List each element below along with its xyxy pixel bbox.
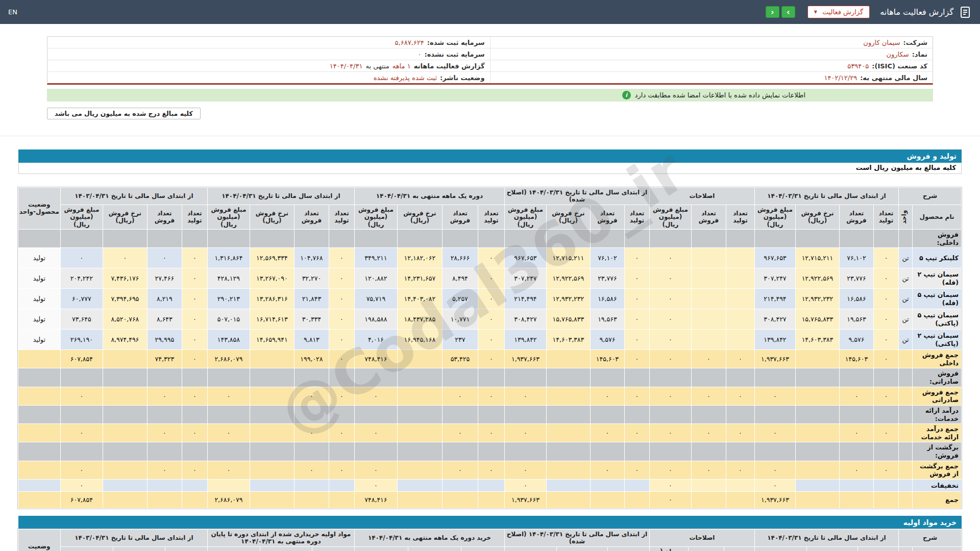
cell bbox=[18, 387, 60, 405]
cell: ۱۲,۷۱۵,۲۱۱ bbox=[546, 248, 590, 268]
cell bbox=[18, 461, 60, 479]
cell bbox=[795, 229, 839, 247]
cell: ۳۰,۳۳۴ bbox=[294, 309, 329, 330]
cell bbox=[294, 229, 329, 247]
cell bbox=[207, 368, 250, 387]
cell: ۰ bbox=[60, 248, 103, 268]
cell: ۰ bbox=[873, 350, 898, 368]
cell bbox=[624, 368, 649, 387]
cell: جمع bbox=[913, 491, 962, 508]
field-value: ۱۴۰۲/۱۲/۲۹ bbox=[824, 74, 857, 82]
cell bbox=[546, 229, 590, 247]
cell: ۱۲,۹۳۲,۲۳۲ bbox=[795, 289, 839, 309]
column-header bbox=[913, 546, 962, 551]
column-header: مبلغ (میلیون ریال) bbox=[754, 546, 806, 551]
cell: ۳۲,۲۷۰ bbox=[294, 268, 329, 289]
cell: ۰ bbox=[754, 387, 795, 405]
cell: ۱۲,۵۶۹,۳۳۴ bbox=[250, 248, 294, 268]
signature-banner: اطلاعات نمایش داده شده با اطلاعات امضا ش… bbox=[47, 89, 933, 102]
cell: ۹۶۷,۶۵۳ bbox=[754, 248, 795, 268]
cell bbox=[546, 368, 590, 387]
production-sales-table: شرحاز ابتدای سال مالی تا تاریخ ۱۴۰۴/۰۳/۳… bbox=[18, 187, 962, 509]
cell bbox=[294, 479, 329, 491]
language-toggle[interactable]: EN bbox=[8, 8, 17, 16]
cell bbox=[754, 368, 795, 387]
column-header: نرخ (ریال) bbox=[408, 546, 461, 551]
cell: ۰ bbox=[839, 424, 873, 442]
cell bbox=[397, 387, 442, 405]
cell: ۱,۹۳۷,۶۶۳ bbox=[754, 350, 795, 368]
cell bbox=[294, 491, 329, 508]
topbar: گزارش فعالیت ماهانه گزارش فعالیت ▼ › ‹ E… bbox=[0, 0, 980, 24]
product-row: سیمان تیپ ۵ (پاکتی)تن۰۱۹,۵۶۳۱۵,۷۶۵,۸۳۳۳۰… bbox=[18, 309, 961, 330]
cell: ۳۰۷,۲۴۷ bbox=[504, 268, 546, 289]
report-period-field: گزارش فعالیت ماهانه ۱ ماهه منتهی به ۱۴۰۴… bbox=[47, 60, 491, 71]
cell: کلینکر تیپ ۵ bbox=[913, 248, 962, 268]
cell bbox=[691, 442, 726, 461]
cell bbox=[18, 491, 60, 508]
column-header: واحد bbox=[898, 546, 912, 551]
cell bbox=[839, 491, 873, 508]
cell: ۸,۶۴۳ bbox=[147, 309, 182, 330]
cell: ۱,۹۳۷,۶۶۳ bbox=[754, 491, 795, 508]
cell: ۰ bbox=[624, 268, 649, 289]
cell: ۱۵,۷۶۵,۸۳۳ bbox=[546, 309, 590, 330]
cell bbox=[250, 491, 294, 508]
cell bbox=[329, 368, 354, 387]
cell bbox=[873, 229, 898, 247]
cell bbox=[442, 491, 478, 508]
cell: تخفیفات bbox=[913, 479, 962, 491]
report-nav: › ‹ bbox=[766, 6, 795, 18]
column-header: واحد bbox=[898, 205, 912, 229]
cell: ۱۹,۵۶۳ bbox=[590, 309, 624, 330]
cell bbox=[504, 442, 546, 461]
column-header: اصلاحات bbox=[649, 188, 754, 205]
cell bbox=[898, 405, 912, 423]
cell: ۱۶,۵۸۶ bbox=[839, 289, 873, 309]
cell bbox=[250, 229, 294, 247]
cell bbox=[795, 368, 839, 387]
cell: ۰ bbox=[329, 424, 354, 442]
field-value: سیمان کارون bbox=[863, 39, 900, 46]
column-header: نرخ (ریال) bbox=[113, 546, 165, 551]
nav-right-arrow-button[interactable]: › bbox=[781, 6, 795, 18]
cell: ۰ bbox=[60, 424, 103, 442]
column-header: تعداد فروش bbox=[442, 205, 478, 229]
cell bbox=[147, 479, 182, 491]
cell bbox=[18, 442, 60, 461]
cell bbox=[795, 479, 839, 491]
cell: ۰ bbox=[442, 387, 478, 405]
cell: ۳۰۸,۴۲۷ bbox=[754, 309, 795, 330]
cell: ۷۴۸,۴۱۶ bbox=[354, 350, 397, 368]
cell: ۰ bbox=[873, 330, 898, 350]
page-divider bbox=[0, 136, 980, 136]
cell: ۲۷,۴۶۶ bbox=[147, 268, 182, 289]
fiscal-year-field: سال مالی منتهی به: ۱۴۰۲/۱۲/۲۹ bbox=[491, 72, 933, 83]
report-type-dropdown-label: گزارش فعالیت bbox=[822, 8, 863, 16]
cell bbox=[691, 368, 726, 387]
cell bbox=[18, 368, 60, 387]
cell bbox=[250, 350, 294, 368]
cell bbox=[590, 479, 624, 491]
report-type-dropdown[interactable]: گزارش فعالیت ▼ bbox=[807, 6, 870, 18]
nav-left-arrow-button[interactable]: ‹ bbox=[766, 6, 779, 18]
cell bbox=[478, 368, 504, 387]
cell: ۲۱,۸۴۳ bbox=[294, 289, 329, 309]
cell bbox=[294, 442, 329, 461]
cell bbox=[624, 491, 649, 508]
cell bbox=[442, 368, 478, 387]
cell: ۰ bbox=[478, 330, 504, 350]
page-title: گزارش فعالیت ماهانه bbox=[880, 7, 953, 17]
units-note-tab[interactable]: کلیه مبالغ درج شده به میلیون ریال می باش… bbox=[47, 108, 201, 119]
cell: ۶۰۷,۸۵۴ bbox=[60, 350, 103, 368]
column-header: از ابتدای سال مالی تا تاریخ ۱۴۰۳/۰۴/۳۱ bbox=[60, 529, 207, 546]
cell bbox=[103, 424, 147, 442]
cell: ۰ bbox=[329, 461, 354, 479]
cell bbox=[147, 368, 182, 387]
cell: ۵۳,۴۲۵ bbox=[442, 350, 478, 368]
cell bbox=[546, 350, 590, 368]
cell bbox=[691, 268, 726, 289]
column-header: از ابتدای سال مالی تا تاریخ ۱۴۰۴/۰۴/۳۱ bbox=[207, 188, 354, 205]
field-value: ثبت شده پذیرفته نشده bbox=[374, 74, 437, 82]
raw-materials-table-mount: شرحاز ابتدای سال مالی تا تاریخ ۱۴۰۴/۰۳/۳… bbox=[18, 529, 962, 551]
